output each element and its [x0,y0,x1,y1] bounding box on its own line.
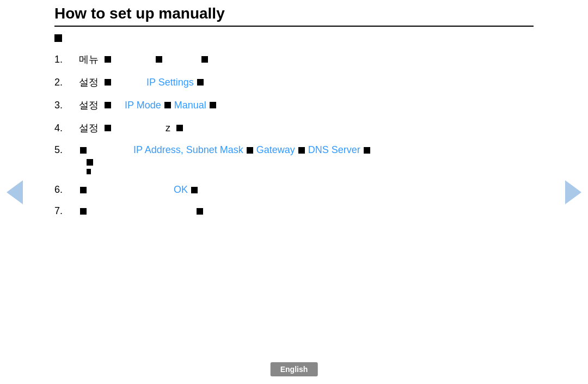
step-2-sq2 [197,79,204,86]
step-5-number: 5. [54,144,79,156]
step-5-blue3: DNS Server [308,144,360,156]
step-3-sq1 [105,102,111,108]
step-4-number: 4. [54,123,79,134]
step-3-blue1: IP Mode [125,100,161,111]
step-6: 6. OK [54,184,534,196]
step-1-text3 [166,54,198,65]
step-3-text1: 설정 [79,99,101,112]
step-7-text1 [90,205,193,217]
step-6-blue1: OK [174,184,188,196]
step-5-sq4 [364,147,370,154]
step-5: 5. IP Address, Subnet Mask Gateway DNS S… [54,144,534,174]
bullet-square [54,34,62,42]
main-content: How to set up manually 1. 메뉴 2. [0,0,588,384]
step-1: 1. 메뉴 [54,53,534,66]
step-4-text1: 설정 [79,121,101,135]
step-2-content: 설정 IP Settings [79,76,205,89]
step-4-text2 [114,123,163,134]
step-1-sq3 [201,56,208,63]
step-2-blue: IP Settings [146,77,194,88]
step-1-number: 1. [54,54,79,65]
step-6-content: OK [79,184,199,196]
step-3-number: 3. [54,100,79,111]
step-1-text2 [114,54,152,65]
step-5-blue2: Gateway [256,144,295,156]
step-3: 3. 설정 IP Mode Manual [54,99,534,112]
step-7: 7. [54,205,534,217]
nav-arrow-right[interactable] [565,180,581,204]
steps-section: 1. 메뉴 2. 설정 IP Settings [54,53,534,227]
step-3-sq3 [210,102,216,108]
step-1-sq1 [105,56,111,63]
nav-arrow-left[interactable] [7,180,23,204]
step-4-content: 설정 z [79,121,184,135]
step-4: 4. 설정 z [54,121,534,135]
title-section: How to set up manually [54,5,534,27]
step-2-text1: 설정 [79,76,101,89]
step-5-sub2 [79,169,371,174]
step-6-sq2 [191,187,198,193]
step-7-number: 7. [54,205,79,217]
step-1-text1: 메뉴 [79,53,101,66]
step-1-sq2 [156,56,162,63]
step-3-blue2: Manual [174,100,206,111]
step-5-intro: IP Address, Subnet Mask Gateway DNS Serv… [79,144,371,156]
step-3-text2 [114,100,122,111]
step-2-text2 [114,77,144,88]
step-5-sub-sq1 [87,159,93,166]
step-4-sq2 [176,125,183,131]
step-5-sub1 [79,159,371,166]
step-1-content: 메뉴 [79,53,209,66]
step-5-sq1 [80,147,87,154]
language-button[interactable]: English [271,362,318,376]
step-6-number: 6. [54,184,79,196]
step-7-sq2 [197,208,203,215]
step-5-sub-tiny [87,169,91,174]
step-4-z: z [166,123,173,134]
step-5-content: IP Address, Subnet Mask Gateway DNS Serv… [79,144,371,174]
step-5-sq2 [247,147,253,154]
step-3-content: 설정 IP Mode Manual [79,99,217,112]
step-7-sq1 [80,208,87,215]
intro-bullet [54,34,534,42]
step-5-sq3 [298,147,305,154]
step-2-sq1 [105,79,111,86]
step-6-text1 [90,184,171,196]
step-3-sq2 [164,102,171,108]
step-2-number: 2. [54,77,79,88]
page-title: How to set up manually [54,5,225,22]
step-5-blue1: IP Address, Subnet Mask [90,144,243,156]
step-6-sq1 [80,187,87,193]
step-7-content [79,205,204,217]
step-2: 2. 설정 IP Settings [54,76,534,89]
step-4-sq1 [105,125,111,131]
